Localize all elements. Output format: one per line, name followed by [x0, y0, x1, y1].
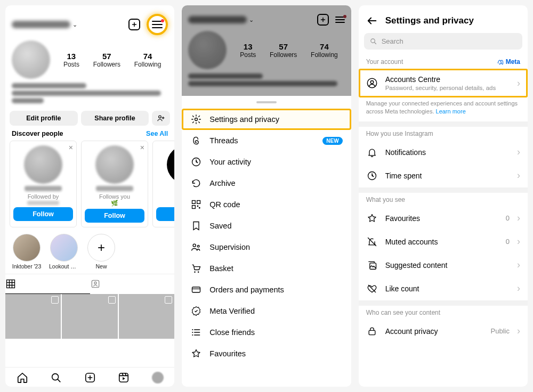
- edit-profile-button[interactable]: Edit profile: [10, 111, 78, 126]
- tagged-tab[interactable]: [90, 274, 175, 294]
- arrow-left-icon: [366, 15, 378, 27]
- menu-meta-verified[interactable]: Meta Verified: [182, 300, 351, 322]
- post-thumbnail[interactable]: [62, 294, 117, 339]
- post-thumbnail[interactable]: [119, 294, 174, 339]
- add-friend-icon: [157, 114, 165, 123]
- learn-more-link[interactable]: Learn more: [436, 108, 466, 115]
- action-sheet: Settings and privacy Threads NEW Your ac…: [182, 96, 351, 387]
- verified-icon: [190, 306, 202, 316]
- suggested-avatar[interactable]: Fa: [167, 145, 174, 184]
- share-profile-button[interactable]: Share profile: [81, 111, 149, 126]
- svg-rect-27: [369, 330, 375, 334]
- menu-label: Supervision: [209, 243, 250, 251]
- highlight-label: Lookout Fair '...: [49, 263, 79, 270]
- menu-basket[interactable]: Basket: [182, 258, 351, 279]
- settings-search-input[interactable]: Search: [364, 33, 522, 50]
- close-icon[interactable]: ×: [140, 143, 144, 152]
- search-icon: [50, 372, 62, 383]
- menu-qr-code[interactable]: QR code: [182, 194, 351, 215]
- section-who-can-see: Who can see your content: [366, 309, 440, 316]
- discover-people-toggle[interactable]: [152, 111, 170, 126]
- new-highlight-button[interactable]: + New: [86, 234, 116, 270]
- follow-button[interactable]: Fo: [156, 207, 174, 221]
- reels-tab[interactable]: [118, 372, 130, 383]
- followers-count: 57: [93, 52, 120, 61]
- close-icon[interactable]: ×: [69, 143, 73, 152]
- svg-point-16: [195, 271, 196, 273]
- sheet-handle[interactable]: [256, 101, 277, 103]
- menu-orders-payments[interactable]: Orders and payments: [182, 279, 351, 300]
- chevron-right-icon: ›: [517, 259, 520, 271]
- following-count: 74: [134, 52, 161, 61]
- menu-saved[interactable]: Saved: [182, 215, 351, 236]
- chevron-right-icon: ›: [517, 283, 520, 294]
- svg-rect-9: [192, 201, 196, 204]
- chevron-right-icon: ›: [517, 170, 520, 181]
- accounts-centre-sub: Password, security, personal details, ad…: [385, 85, 496, 91]
- see-all-link[interactable]: See All: [146, 130, 168, 137]
- lock-icon: [366, 326, 378, 337]
- post-thumbnail[interactable]: [5, 294, 61, 339]
- muted-accounts-row[interactable]: Muted accounts 0 ›: [359, 230, 528, 254]
- back-button[interactable]: [366, 15, 378, 27]
- following-stat[interactable]: 74 Following: [134, 52, 161, 68]
- grid-tab[interactable]: [5, 274, 90, 294]
- home-tab[interactable]: [17, 372, 28, 383]
- highlight-story[interactable]: Lookout Fair '...: [49, 234, 79, 270]
- svg-rect-1: [7, 280, 15, 288]
- favourites-count: 0: [506, 214, 510, 222]
- svg-rect-10: [197, 201, 200, 204]
- star-icon: [366, 213, 378, 224]
- svg-point-21: [192, 334, 193, 336]
- favourites-row[interactable]: Favourites 0 ›: [359, 207, 528, 230]
- meta-icon: [497, 58, 504, 66]
- svg-point-14: [193, 244, 196, 247]
- page-title: Settings and privacy: [385, 15, 474, 26]
- accounts-centre-note: Manage your connected experiences and ac…: [359, 97, 528, 121]
- menu-close-friends[interactable]: Close friends: [182, 322, 351, 343]
- follow-button[interactable]: Follow: [85, 209, 144, 223]
- like-count-row[interactable]: Like count ›: [359, 277, 528, 300]
- time-spent-row[interactable]: Time spent ›: [359, 164, 528, 187]
- settings-privacy-screen: Settings and privacy Search Your account…: [359, 5, 528, 387]
- highlight-story[interactable]: Inktober '23: [12, 234, 42, 270]
- followers-stat[interactable]: 57 Followers: [93, 52, 120, 68]
- photo-stack-icon: [366, 260, 378, 271]
- reels-icon: [118, 372, 130, 383]
- menu-favourites[interactable]: Favourites: [182, 343, 351, 364]
- create-tab[interactable]: [84, 372, 96, 383]
- section-how-you-use: How you use Instagram: [366, 130, 433, 137]
- qr-icon: [190, 199, 202, 210]
- username-dropdown[interactable]: ⌄: [12, 21, 77, 28]
- bell-icon: [366, 147, 378, 158]
- posts-stat[interactable]: 13 Posts: [63, 52, 79, 68]
- menu-label: Meta Verified: [209, 307, 255, 315]
- menu-threads[interactable]: Threads NEW: [182, 130, 351, 151]
- suggested-avatar[interactable]: [95, 145, 134, 184]
- suggested-avatar[interactable]: [24, 145, 62, 184]
- svg-point-17: [198, 271, 199, 273]
- card-icon: [190, 284, 202, 295]
- account-privacy-row[interactable]: Account privacy Public ›: [359, 320, 528, 343]
- accounts-centre-row[interactable]: Accounts Centre Password, security, pers…: [359, 69, 528, 97]
- heart-off-icon: [366, 283, 378, 294]
- modal-backdrop[interactable]: [182, 5, 351, 96]
- profile-tab[interactable]: [152, 372, 164, 383]
- search-tab[interactable]: [50, 372, 62, 383]
- suggested-content-row[interactable]: Suggested content ›: [359, 254, 528, 277]
- notifications-row[interactable]: Notifications ›: [359, 141, 528, 164]
- highlight-label: Inktober '23: [12, 263, 42, 270]
- menu-supervision[interactable]: Supervision: [182, 236, 351, 258]
- create-post-button[interactable]: [128, 19, 140, 30]
- follow-button[interactable]: Follow: [13, 207, 73, 221]
- discover-people-label: Discover people: [12, 130, 63, 137]
- menu-archive[interactable]: Archive: [182, 173, 351, 194]
- svg-point-0: [159, 116, 161, 118]
- profile-avatar[interactable]: [12, 40, 50, 79]
- search-icon: [369, 37, 377, 45]
- suggested-user-card: Fa Fát Follow Fo: [152, 141, 174, 227]
- followers-label: Followers: [93, 61, 120, 68]
- menu-your-activity[interactable]: Your activity: [182, 151, 351, 173]
- profile-screen: ⌄ 13 Posts 57 Followers: [5, 5, 174, 387]
- menu-settings-privacy[interactable]: Settings and privacy: [182, 109, 351, 130]
